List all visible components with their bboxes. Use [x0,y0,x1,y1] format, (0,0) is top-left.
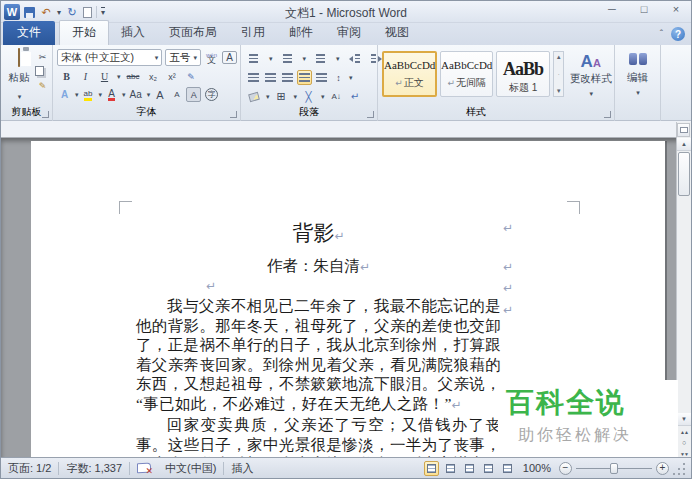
font-color-dropdown-icon[interactable]: ▾ [122,91,126,99]
clipboard-dialog-launcher[interactable] [42,111,49,118]
insert-mode-indicator[interactable]: 插入 [224,458,260,478]
scroll-up-button[interactable]: ▲ [677,138,691,151]
distribute-button[interactable] [314,70,329,85]
tab-home[interactable]: 开始 [59,20,109,45]
shading-dropdown-icon[interactable]: ▾ [266,93,270,101]
borders-button[interactable]: ⊞ [274,89,289,104]
underline-button[interactable]: U [97,69,112,84]
superscript-button[interactable]: x² [164,69,179,84]
minimize-button[interactable]: ─ [603,3,621,15]
word-count[interactable]: 字数: 1,337 [59,458,129,478]
numbering-button[interactable] [280,51,295,66]
bullets-dropdown-icon[interactable]: ▾ [269,55,273,63]
help-button[interactable]: ? [671,27,685,41]
align-right-button[interactable] [280,70,295,85]
tab-review[interactable]: 审阅 [325,21,373,45]
zoom-out-button[interactable]: − [559,462,572,475]
decrease-indent-button[interactable] [347,51,362,66]
sort-button[interactable]: A↓ [329,89,344,104]
italic-button[interactable]: I [78,69,93,84]
resize-grip-icon[interactable] [673,461,687,475]
tab-page-layout[interactable]: 页面布局 [157,21,229,45]
font-color-button[interactable]: A [104,87,119,102]
tab-references[interactable]: 引用 [229,21,277,45]
change-styles-button[interactable]: AA 更改样式 ▾ [567,51,614,98]
select-browse-object-button[interactable]: ○ [677,437,691,448]
previous-page-button[interactable]: ▲▲ [677,426,691,437]
strikethrough-button[interactable]: abc [125,69,142,84]
tab-file[interactable]: 文件 [3,21,55,45]
align-left-button[interactable] [246,70,261,85]
paragraph-dialog-launcher[interactable] [367,111,374,118]
fullscreen-reading-view-button[interactable] [443,461,458,476]
subscript-button[interactable]: x₂ [145,69,160,84]
scroll-down-button[interactable]: ▼ [677,413,691,426]
asian-layout-button[interactable]: ╳ [301,89,316,104]
multilevel-list-button[interactable] [313,51,328,66]
paragraph[interactable]: 我与父亲不相见已二年余了，我最不能忘记的是他的背影。那年冬天，祖母死了，父亲的差… [136,296,501,415]
character-shading-button[interactable]: A [186,87,201,102]
zoom-in-button[interactable]: + [656,462,669,475]
document-title[interactable]: 背影↵ [136,219,501,247]
document-author[interactable]: 作者：朱自清↵ [136,256,501,277]
tab-view[interactable]: 视图 [373,21,421,45]
tab-mailings[interactable]: 邮件 [277,21,325,45]
paste-button[interactable]: 粘贴 ▾ [4,49,34,107]
font-size-combobox[interactable]: 五号 ▾ [165,49,201,66]
copy-icon[interactable] [35,66,44,76]
change-case-dropdown-icon[interactable]: ▾ [147,91,151,99]
borders-dropdown-icon[interactable]: ▾ [294,93,298,101]
web-layout-view-button[interactable] [462,461,477,476]
style-no-spacing[interactable]: AaBbCcDd ↵无间隔 [440,51,493,97]
font-name-combobox[interactable]: 宋体 (中文正文) ▾ [57,49,162,66]
format-painter-icon[interactable]: ✎ [35,78,50,93]
highlight-dropdown-icon[interactable]: ▾ [99,91,103,99]
styles-scroll-up-icon[interactable]: ▲ [556,54,562,60]
multilevel-dropdown-icon[interactable]: ▾ [336,55,340,63]
asian-layout-dropdown-icon[interactable]: ▾ [321,93,325,101]
zoom-slider-handle[interactable] [610,463,618,474]
bullets-button[interactable] [246,51,261,66]
line-spacing-dropdown-icon[interactable]: ▾ [349,74,353,82]
draft-view-button[interactable] [500,461,515,476]
shading-button[interactable] [246,89,261,104]
spellcheck-indicator[interactable]: ✕ [130,458,158,478]
editing-button[interactable]: 编辑 ▾ [615,45,660,97]
styles-dialog-launcher[interactable] [604,111,611,118]
ruler-toggle-button[interactable] [677,123,690,137]
page-indicator[interactable]: 页面: 1/2 [1,458,58,478]
text-effects-dropdown-icon[interactable]: ▾ [75,91,79,99]
zoom-level[interactable]: 100% [519,462,555,474]
styles-scroll-down-icon[interactable]: ▼ [556,88,562,94]
style-heading1[interactable]: AaBb 标题 1 [496,51,549,97]
justify-button[interactable] [297,70,312,85]
cut-icon[interactable]: ✂ [35,49,50,64]
grow-font-button[interactable]: A [152,87,167,102]
paste-dropdown-icon[interactable]: ▾ [18,93,22,100]
shrink-font-button[interactable]: A [169,87,184,102]
show-hide-marks-button[interactable]: ↵ [348,89,363,104]
phonetic-guide-button[interactable]: wén文 [204,50,219,65]
style-normal[interactable]: AaBbCcDd ↵正文 [382,51,437,97]
signature-line-icon[interactable]: ✎ [183,69,198,84]
bold-button[interactable]: B [59,69,74,84]
outline-view-button[interactable] [481,461,496,476]
enclose-characters-button[interactable]: 字 [203,87,220,102]
change-styles-dropdown-icon[interactable]: ▾ [589,90,593,97]
styles-gallery-scroll[interactable]: ▲ · ▼ [553,51,565,97]
close-button[interactable]: × [667,3,685,15]
zoom-slider[interactable] [576,462,652,475]
align-center-button[interactable] [263,70,278,85]
highlight-color-button[interactable]: ab [81,87,96,102]
editing-dropdown-icon[interactable]: ▾ [636,89,640,96]
tab-insert[interactable]: 插入 [109,21,157,45]
print-layout-view-button[interactable] [424,461,439,476]
font-size-dropdown-icon[interactable]: ▾ [193,54,197,62]
document-body[interactable]: 我与父亲不相见已二年余了，我最不能忘记的是他的背影。那年冬天，祖母死了，父亲的差… [136,296,501,479]
font-dialog-launcher[interactable] [230,111,237,118]
maximize-button[interactable]: □ [635,3,653,15]
line-spacing-button[interactable]: ↕ [331,70,346,85]
character-border-button[interactable]: A [222,51,237,64]
numbering-dropdown-icon[interactable]: ▾ [303,55,307,63]
font-name-dropdown-icon[interactable]: ▾ [155,54,159,62]
